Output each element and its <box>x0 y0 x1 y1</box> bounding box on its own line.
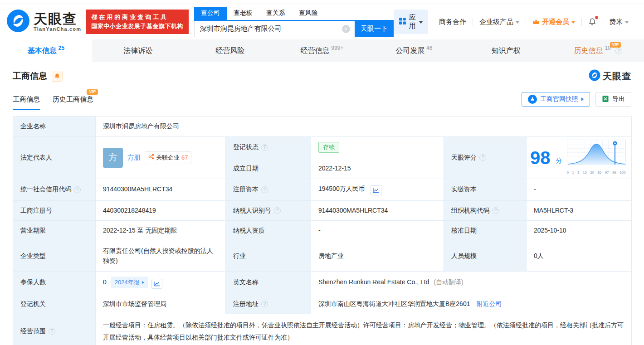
table-row: 企业名称 深圳市润昆房地产有限公司 <box>13 117 632 137</box>
tianyancha-swirl-icon <box>589 69 600 83</box>
field-value-company-name: 深圳市润昆房地产有限公司 <box>96 117 632 137</box>
insured-trend-icon[interactable] <box>151 279 162 289</box>
field-label-en-name: 英文名称 <box>226 271 311 294</box>
field-label-staff: 人员规模 <box>444 241 527 271</box>
field-value-authority: 深圳市市场监督管理局 <box>96 294 226 314</box>
nav-item-vip[interactable]: 开通会员 <box>526 18 581 26</box>
table-row: 工商注册号 440300218248419 纳税人识别号? 91440300MA… <box>13 200 632 221</box>
export-button[interactable]: 导出 <box>595 92 631 107</box>
official-snapshot-button[interactable]: 工商官网快照 <box>522 92 590 107</box>
search-tab-relation[interactable]: 查关系 <box>259 7 292 20</box>
field-label-term: 营业期限 <box>13 221 96 241</box>
brand-slogan: 都在用的商业查询工具 国家中小企业发展子基金旗下机构 <box>86 10 189 34</box>
chevron-down-icon <box>419 21 423 24</box>
chevron-right-icon <box>581 97 584 101</box>
status-badge: 存续 <box>318 142 339 153</box>
search-tab-company[interactable]: 查公司 <box>194 7 227 20</box>
tab-operation-info[interactable]: 经营信息 999+ <box>276 39 368 62</box>
field-value-legal-rep: 方 方朋 关联企业 67 <box>96 136 226 179</box>
legal-rep-link[interactable]: 方朋 <box>127 153 140 163</box>
top-nav: 应用 商务合作 企业级产品 开通会员 费米 <box>394 10 635 34</box>
field-label-score: 天眼评分? <box>444 136 527 179</box>
score-value: 98 <box>530 149 551 167</box>
search-tab-risk[interactable]: 查风险 <box>292 7 325 20</box>
vip-badge: VIP <box>87 89 98 95</box>
field-value-score: 98 分 <box>527 136 632 179</box>
annual-report-badge[interactable]: 2024年报 <box>111 277 148 288</box>
tab-operation-risk[interactable]: 经营风险 <box>184 39 276 62</box>
company-tabs: 基本信息 25 法律诉讼 经营风险 经营信息 999+ 公司发展 46 知识产权… <box>0 39 644 62</box>
help-icon[interactable]: ? <box>274 207 281 214</box>
network-icon <box>148 153 154 162</box>
field-value-insured: 02024年报 <box>96 271 226 294</box>
chevron-down-icon <box>516 21 519 24</box>
field-value-org-code: MA5HLRCT-3 <box>527 200 632 221</box>
field-label-taxpayer-no: 纳税人识别号? <box>226 200 311 221</box>
tab-intellectual-property[interactable]: 知识产权 <box>460 39 552 62</box>
nearby-companies-link[interactable]: 附近公司 <box>476 300 502 307</box>
section-title: 工商信息 <box>13 70 47 82</box>
tab-company-development[interactable]: 公司发展 46 <box>368 39 460 62</box>
clear-search-icon[interactable]: × <box>342 25 350 33</box>
help-icon[interactable]: ? <box>74 186 81 193</box>
field-label-reg-capital: 注册资本? <box>226 179 311 200</box>
chevron-down-icon <box>625 21 629 24</box>
search-input[interactable] <box>194 21 355 37</box>
brand-name: 天眼查 <box>34 12 81 26</box>
capital-trend-icon[interactable] <box>371 185 381 195</box>
field-label-scope: 经营范围? <box>13 314 96 345</box>
field-label-industry: 行业 <box>226 241 311 271</box>
table-row: 参保人数 02024年报 英文名称 Shenzhen Runkun Real E… <box>13 271 632 294</box>
brand-logo[interactable]: 天眼查 TianYanCha.com <box>6 9 81 34</box>
field-value-reg-status: 存续 <box>311 136 444 158</box>
field-value-paid-capital: - <box>527 179 632 200</box>
table-row: 营业期限 2022-12-15 至 无固定期限 纳税人资质 - 核准日期 202… <box>13 221 632 241</box>
subtab-history-business-info[interactable]: 历史工商信息 VIP <box>53 95 93 110</box>
field-label-company-type: 企业类型 <box>13 241 96 271</box>
help-icon[interactable]: ? <box>261 186 268 193</box>
field-label-legal-rep: 法定代表人 <box>13 136 96 179</box>
user-menu[interactable]: 费米 <box>603 18 635 26</box>
nav-item-cooperation[interactable]: 商务合作 <box>433 18 473 26</box>
tab-basic-info[interactable]: 基本信息 25 <box>0 39 92 62</box>
field-value-taxpayer-quality: - <box>311 221 444 241</box>
help-icon[interactable]: ? <box>261 144 268 151</box>
help-icon[interactable]: ? <box>492 207 499 214</box>
subtab-business-info[interactable]: 工商信息 <box>13 95 40 110</box>
related-companies-badge[interactable]: 关联企业 67 <box>145 151 191 164</box>
vip-badge: VIP <box>610 42 621 48</box>
field-label-approve-date: 核准日期 <box>444 221 527 241</box>
help-icon[interactable]: ? <box>49 328 55 335</box>
field-label-reg-status: 登记状态? <box>226 136 311 158</box>
help-icon[interactable]: ? <box>615 48 622 54</box>
notifications-bell-icon[interactable] <box>581 18 603 26</box>
chevron-down-icon <box>571 21 575 24</box>
field-label-paid-capital: 实缴资本 <box>444 179 527 200</box>
table-row: 统一社会信用代码? 91440300MA5HLRCT34 注册资本? 19450… <box>13 179 632 200</box>
table-row: 经营范围? 一般经营项目：住房租赁。（除依法须经批准的项目外，凭营业执照依法自主… <box>13 314 632 345</box>
site-header: 天眼查 TianYanCha.com 都在用的商业查询工具 国家中小企业发展子基… <box>0 4 644 39</box>
field-value-reg-no: 440300218248419 <box>96 200 226 221</box>
subscribe-bell-icon[interactable] <box>52 71 63 82</box>
nav-item-enterprise[interactable]: 企业级产品 <box>473 18 526 26</box>
apps-grid-icon <box>399 18 406 26</box>
tab-history-info[interactable]: 历史信息 10 ? VIP <box>552 39 644 62</box>
username: 费米 <box>609 18 623 26</box>
avatar[interactable]: 方 <box>103 148 123 168</box>
chevron-right-icon <box>142 281 144 284</box>
table-row: 企业类型 有限责任公司(自然人投资或控股的法人独资) 行业 房地产业 人员规模 … <box>13 241 632 271</box>
field-label-insured: 参保人数 <box>13 271 96 294</box>
help-icon[interactable]: ? <box>261 301 268 307</box>
apps-menu-button[interactable]: 应用 <box>394 10 428 34</box>
crown-icon <box>532 18 540 26</box>
search-tab-boss[interactable]: 查老板 <box>227 7 259 20</box>
field-value-establish-date: 2022-12-15 <box>311 158 444 179</box>
search-button[interactable]: 天眼一下 <box>355 21 394 37</box>
field-label-credit-code: 统一社会信用代码? <box>13 179 96 200</box>
help-icon[interactable]: ? <box>479 154 486 161</box>
field-value-scope: 一般经营项目：住房租赁。（除依法须经批准的项目外，凭营业执照依法自主开展经营活动… <box>96 314 632 345</box>
table-row: 登记机关 深圳市市场监督管理局 注册地址? 深圳市南山区粤海街道大冲社区华润置地… <box>13 294 632 314</box>
tab-legal-litigation[interactable]: 法律诉讼 <box>92 39 184 62</box>
tianyancha-swirl-icon <box>6 9 30 34</box>
auto-translate-note: (自动翻译) <box>434 278 463 286</box>
